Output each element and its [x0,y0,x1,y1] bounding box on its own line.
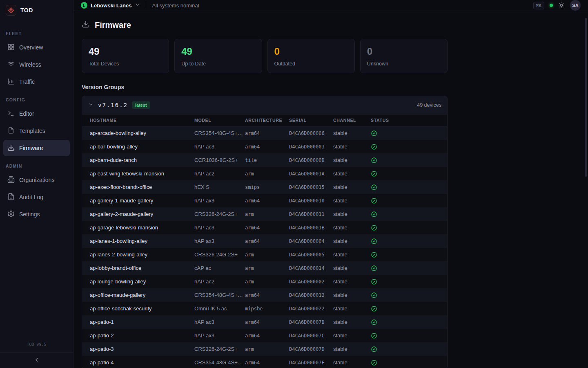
chevron-down-icon [88,101,94,109]
cell-model: CRS326-24G-2S+ [194,346,245,352]
cell-model: CRS354-48G-4S+… [194,359,245,366]
vertical-scrollbar[interactable] [585,18,587,177]
sidebar-item-overview[interactable]: Overview [3,39,70,56]
sidebar-item-organizations[interactable]: Organizations [3,172,70,188]
table-row[interactable]: ap-exec-floor-brandt-officehEX SsmipsD4C… [82,180,447,194]
table-row[interactable]: ap-arcade-bowling-alleyCRS354-48G-4S+…ar… [82,126,447,140]
main-area: L Lebowski Lanes All systems nominal ⌘K … [74,0,588,368]
cell-architecture: arm64 [245,360,289,366]
cell-architecture: arm64 [245,225,289,231]
sidebar-nav: Fleet Overview Wireless Traffic Config E… [0,20,73,342]
status-ok-check-icon [371,197,447,204]
cell-architecture: mipsbe [245,306,289,312]
org-name: Lebowski Lanes [91,2,131,9]
cell-channel: stable [333,292,371,298]
cell-serial: D4CA6D000011 [289,211,333,217]
app-version: TOD v9.5 [0,342,73,352]
download-icon [7,144,15,153]
page-title: Firmware [95,20,131,30]
table-row[interactable]: ap-lounge-bowling-alleyhAP ac2armD4CA6D0… [82,275,447,288]
cell-architecture: arm [245,171,289,177]
sidebar-item-label: Traffic [19,79,35,85]
cell-architecture: arm64 [245,130,289,136]
status-ok-check-icon [371,238,447,245]
table-row[interactable]: ap-office-maude-galleryCRS354-48G-4S+…ar… [82,288,447,302]
stat-total-devices: 49 Total Devices [82,39,169,73]
table-row[interactable]: ap-lobby-brandt-officecAP acarmD4CA6D000… [82,261,447,275]
sidebar-item-label: Audit Log [19,194,43,200]
org-selector[interactable]: L Lebowski Lanes [81,2,140,9]
table-row[interactable]: ap-patio-1hAP ac3arm64D4CA6D00007Bstable [82,315,447,329]
nav-section-config: Config [6,97,67,102]
cell-serial: D4CA6D000003 [289,144,333,150]
status-ok-check-icon [371,359,447,366]
col-architecture: Architecture [245,118,289,123]
cell-model: hAP ac3 [194,144,245,150]
table-row[interactable]: ap-patio-3CRS326-24G-2S+armD4CA6D00007Ds… [82,342,447,356]
col-hostname: Hostname [90,118,194,123]
cell-channel: stable [333,211,371,217]
sidebar-item-label: Editor [19,110,34,117]
sidebar-item-settings[interactable]: Settings [3,206,70,222]
table-row[interactable]: ap-office-sobchak-securityOmniTIK 5 acmi… [82,302,447,315]
col-serial: Serial [289,118,333,123]
cell-channel: stable [333,130,371,136]
file-text-icon [7,193,15,202]
cell-hostname: ap-patio-3 [90,346,194,352]
stat-label: Total Devices [89,61,162,67]
sidebar: TOD Fleet Overview Wireless Traffic Conf… [0,0,74,368]
user-avatar[interactable]: SA [570,0,581,11]
status-ok-check-icon [371,224,447,231]
sidebar-collapse-button[interactable] [0,352,73,368]
table-row[interactable]: ap-barn-dude-ranchCCR1036-8G-2S+tileD4CA… [82,153,447,167]
cell-hostname: ap-garage-lebowski-mansion [90,224,194,231]
table-row[interactable]: ap-gallery-1-maude-galleryhAP ax3arm64D4… [82,194,447,207]
cell-channel: stable [333,346,371,352]
sidebar-item-label: Firmware [19,145,43,151]
sidebar-item-editor[interactable]: Editor [3,105,70,122]
cell-model: hAP ac2 [194,171,245,177]
sidebar-item-templates[interactable]: Templates [3,123,70,139]
version-group-header[interactable]: v7.16.2 latest 49 devices [82,96,447,114]
table-row[interactable]: ap-garage-lebowski-mansionhAP ac3arm64D4… [82,221,447,234]
table-row[interactable]: ap-patio-4CRS354-48G-4S+…arm64D4CA6D0000… [82,356,447,368]
sidebar-item-traffic[interactable]: Traffic [3,74,70,90]
logo-diamond-icon [6,5,16,16]
cell-architecture: arm [245,346,289,352]
command-palette-shortcut[interactable]: ⌘K [533,2,544,9]
chevron-down-icon [135,2,140,9]
cell-serial: D4CA6D000002 [289,279,333,285]
cell-model: hAP ax3 [194,332,245,339]
sidebar-item-firmware[interactable]: Firmware [3,140,70,156]
theme-toggle-sun-icon[interactable] [558,2,565,9]
stat-value: 49 [89,46,162,57]
table-row[interactable]: ap-lanes-2-bowling-alleyCRS326-24G-2S+ar… [82,248,447,261]
cell-serial: D4CA6D00000B [289,157,333,163]
status-ok-check-icon [371,144,447,150]
cell-model: CRS326-24G-2S+ [194,251,245,258]
cell-architecture: arm [245,211,289,217]
table-row[interactable]: ap-lanes-1-bowling-alleyhAP ax3arm64D4CA… [82,234,447,248]
stat-label: Up to Date [181,61,255,67]
table-row[interactable]: ap-east-wing-lebowski-mansionhAP ac2armD… [82,167,447,180]
table-row[interactable]: ap-patio-2hAP ax3arm64D4CA6D00007Cstable [82,329,447,342]
topbar-divider [146,2,146,9]
grid-icon [7,43,15,52]
sidebar-item-label: Templates [19,128,45,134]
status-ok-check-icon [371,184,447,191]
table-row[interactable]: ap-gallery-2-maude-galleryCRS326-24G-2S+… [82,207,447,221]
table-row[interactable]: ap-bar-bowling-alleyhAP ac3arm64D4CA6D00… [82,140,447,153]
cell-architecture: arm64 [245,238,289,244]
cell-architecture: tile [245,157,289,163]
status-ok-check-icon [371,211,447,218]
topbar-right: ⌘K SA [533,0,581,11]
cell-hostname: ap-exec-floor-brandt-office [90,184,194,190]
nav-section-fleet: Fleet [6,31,67,36]
status-ok-check-icon [371,157,447,164]
status-ok-check-icon [371,278,447,285]
sidebar-item-audit-log[interactable]: Audit Log [3,189,70,205]
cell-model: cAP ac [194,265,245,271]
sidebar-item-wireless[interactable]: Wireless [3,56,70,73]
cell-serial: D4CA6D000012 [289,292,333,298]
cell-channel: stable [333,332,371,339]
